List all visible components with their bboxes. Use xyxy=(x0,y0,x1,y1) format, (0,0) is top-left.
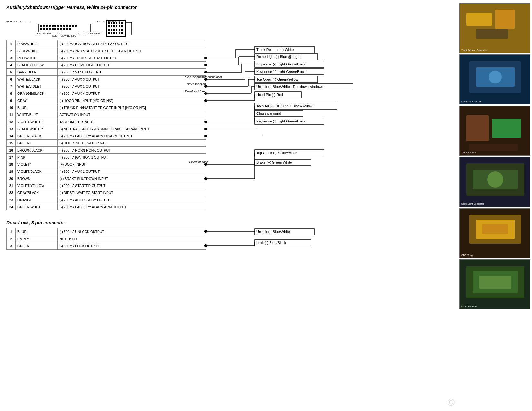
row-desc: (-) TRUNK PIN/INSTANT TRIGGER INPUT [N/O… xyxy=(58,104,206,111)
row-num: 16 xyxy=(7,147,16,154)
svg-rect-150 xyxy=(476,29,508,39)
svg-rect-3 xyxy=(40,25,42,27)
row-color: GRAY/BLACK xyxy=(16,189,58,196)
svg-rect-6 xyxy=(49,25,51,27)
svg-rect-42 xyxy=(119,25,120,27)
table-row: 20 BROWN (+) BRAKE SHUTDOWN INPUT xyxy=(7,175,206,182)
row-num: 13 xyxy=(7,125,16,132)
row-color: BLUE xyxy=(16,228,58,235)
row-num: 1 xyxy=(7,40,16,47)
svg-rect-43 xyxy=(121,25,123,27)
row-num: 2 xyxy=(7,235,16,242)
photo-1-svg: Trunk Release Connector xyxy=(460,3,530,53)
svg-rect-46 xyxy=(113,29,115,31)
svg-rect-160 xyxy=(469,144,518,151)
svg-rect-24 xyxy=(63,28,65,30)
row-desc: (-) NEUTRAL SAFETY /PARKING BRAKE/E-BRAK… xyxy=(58,125,206,132)
table-row: 10 BLUE (-) TRUNK PIN/INSTANT TRIGGER IN… xyxy=(7,104,206,111)
row-num: 1 xyxy=(7,228,16,235)
row-color: GREEN xyxy=(16,242,58,250)
svg-rect-25 xyxy=(66,28,68,30)
section2: Door Lock, 3-pin connector 1 BLUE (-) 50… xyxy=(6,220,455,250)
row-num: 2 xyxy=(7,47,16,54)
door-lock-table: 1 BLUE (-) 500mA UNLOCK OUTPUT 2 EMPTY N… xyxy=(6,228,206,250)
photo-3-placeholder: Trunk Actuator xyxy=(460,106,530,155)
photo-1: Trunk Release Connector xyxy=(459,3,530,53)
page-container: Auxiliary/Shutdown/Trigger Harness, Whit… xyxy=(0,0,532,313)
connector-diagram: PINK/WHITE — 1...3 12—VIOLET/WHITE xyxy=(6,13,455,37)
row-desc: (+) DOOR INPUT xyxy=(58,161,206,168)
svg-rect-4 xyxy=(43,25,45,27)
row-color: BROWN xyxy=(16,175,58,182)
svg-rect-145 xyxy=(255,240,311,246)
row-desc: (-) 200mA AUX 1 OUTPUT xyxy=(58,83,206,90)
svg-rect-38 xyxy=(108,25,110,27)
table-row: 11 WHITE/BLUE ACTIVATION INPUT xyxy=(7,111,206,118)
svg-rect-13 xyxy=(69,25,71,27)
svg-point-155 xyxy=(489,71,502,83)
row-num: 3 xyxy=(7,242,16,250)
row-color: VIOLET/WHITE* xyxy=(16,118,58,125)
photo-6-svg: Lock Connector xyxy=(460,259,530,309)
row-desc: (-) HOOD PIN INPUT [N/O OR N/C] xyxy=(58,97,206,104)
row-color: WHITE/BLACK xyxy=(16,76,58,83)
svg-rect-47 xyxy=(116,29,117,31)
row-num: 21 xyxy=(7,182,16,189)
left-content: Auxiliary/Shutdown/Trigger Harness, Whit… xyxy=(0,0,458,313)
row-num: 14 xyxy=(7,132,16,140)
svg-text:Dome Light (-) Blue @ Light: Dome Light (-) Blue @ Light xyxy=(256,55,300,59)
photo-1-placeholder: Trunk Release Connector xyxy=(460,4,530,53)
svg-rect-40 xyxy=(113,25,115,27)
svg-rect-22 xyxy=(57,28,59,30)
photo-3-svg: Trunk Actuator xyxy=(460,106,530,156)
section2-title: Door Lock, 3-pin connector xyxy=(6,220,455,225)
svg-rect-12 xyxy=(66,25,68,27)
row-color: ORANGE xyxy=(16,196,58,203)
photo-5: OBD2 Plug xyxy=(459,208,530,258)
svg-rect-34 xyxy=(113,22,115,24)
row-num: 9 xyxy=(7,97,16,104)
svg-rect-128 xyxy=(255,150,324,156)
svg-rect-48 xyxy=(119,29,120,31)
table-row: 24 GREEN/WHITE (-) 200mA FACTORY ALARM A… xyxy=(7,203,206,210)
row-color: BLACK/YELLOW xyxy=(16,62,58,69)
svg-rect-44 xyxy=(108,29,110,31)
svg-text:Hood Pin (-) Red: Hood Pin (-) Red xyxy=(256,93,283,97)
main-wiring-table: 1 PINK/WHITE (-) 200mA IGNITION 2/FLEX R… xyxy=(6,40,206,210)
row-desc: (-) 200mA DOME LIGHT OUTPUT xyxy=(58,62,206,69)
svg-text:OBD2 Plug: OBD2 Plug xyxy=(461,254,473,257)
table-row: 18 VIOLET* (+) DOOR INPUT xyxy=(7,161,206,168)
svg-rect-60 xyxy=(255,46,314,53)
table-row: 23 ORANGE (-) 200mA ACCESSORY OUTPUT xyxy=(7,196,206,203)
table-row: 3 GREEN (-) 500mA LOCK OUTPUT xyxy=(7,242,206,250)
row-num: 10 xyxy=(7,104,16,111)
row-num: 24 xyxy=(7,203,16,210)
row-num: 7 xyxy=(7,83,16,90)
row-color: PINK xyxy=(16,154,58,161)
row-color: GREEN* xyxy=(16,140,58,147)
svg-text:Lock Connector: Lock Connector xyxy=(461,305,478,308)
row-desc: (-) DOOR INPUT [N/O OR N/C] xyxy=(58,140,206,147)
svg-text:Lock (-) Blue/Black: Lock (-) Blue/Black xyxy=(256,241,286,245)
svg-rect-10 xyxy=(60,25,62,27)
table-row: 4 BLACK/YELLOW (-) 200mA DOME LIGHT OUTP… xyxy=(7,62,206,69)
svg-text:Top Open (-) Green/Yellow: Top Open (-) Green/Yellow xyxy=(256,77,298,81)
svg-rect-8 xyxy=(54,25,56,27)
svg-rect-9 xyxy=(57,25,59,27)
svg-rect-53 xyxy=(116,32,117,34)
photo-4: Dome Light Connector xyxy=(459,157,530,207)
photo-5-placeholder: OBD2 Plug xyxy=(460,209,530,258)
table-row: 9 GRAY (-) HOOD PIN INPUT [N/O OR N/C] xyxy=(7,97,206,104)
svg-rect-21 xyxy=(54,28,56,30)
svg-rect-80 xyxy=(255,68,324,75)
row-desc: (-) 200mA AUX 4 OUTPUT xyxy=(58,90,206,97)
table-row: 22 GRAY/BLACK (-) DIESEL WAIT TO START I… xyxy=(7,189,206,196)
svg-text:INSERTION/WIRE SIDE: INSERTION/WIRE SIDE xyxy=(52,35,76,37)
table-row: 8 ORANGE/BLACK (-) 200mA AUX 4 OUTPUT xyxy=(7,90,206,97)
svg-rect-55 xyxy=(121,32,123,34)
svg-rect-158 xyxy=(466,115,489,141)
svg-rect-23 xyxy=(60,28,62,30)
svg-rect-66 xyxy=(255,54,318,60)
photo-6-placeholder: Lock Connector xyxy=(460,260,530,309)
svg-rect-32 xyxy=(108,22,110,24)
